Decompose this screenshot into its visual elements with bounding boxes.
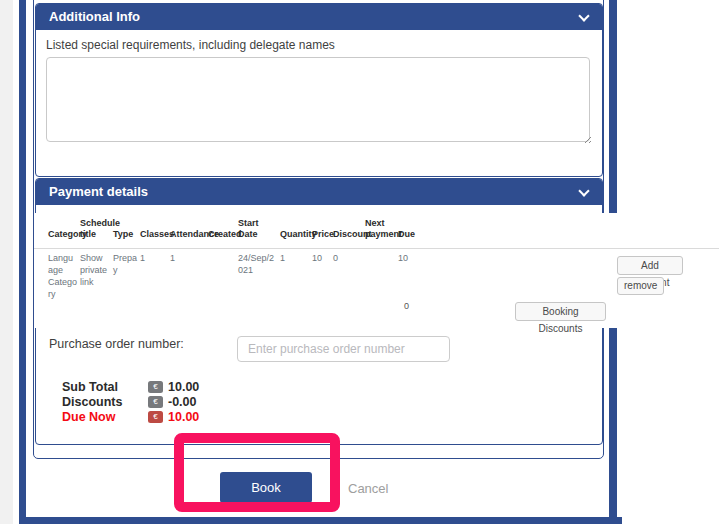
book-button[interactable]: Book xyxy=(220,472,312,503)
payment-details-title: Payment details xyxy=(49,184,148,199)
due-now-row: Due Now € 10.00 xyxy=(62,409,199,424)
modal-frame-bottom xyxy=(19,517,622,524)
subtotal-value: 10.00 xyxy=(168,380,199,394)
booking-discounts-button[interactable]: Booking Discounts xyxy=(515,302,606,321)
cell-due: 10 xyxy=(398,252,448,301)
cell-price: 10 xyxy=(312,252,333,301)
discounts-row: Discounts € -0.00 xyxy=(62,394,199,409)
col-header-attendance: Attendance xyxy=(170,229,208,241)
chevron-down-icon xyxy=(580,187,588,195)
col-header-due: Due xyxy=(398,229,448,241)
modal-frame-left xyxy=(19,0,26,524)
cell-quantity: 1 xyxy=(280,252,312,301)
euro-badge-icon: € xyxy=(148,411,163,423)
col-header-classes: Classes xyxy=(140,229,170,241)
cell-created xyxy=(208,252,238,301)
discount-total-value: 0 xyxy=(404,301,409,311)
euro-badge-icon: € xyxy=(148,396,163,408)
col-header-category: Category xyxy=(48,229,80,241)
table-row: Language Category Show private link Prep… xyxy=(48,252,448,301)
cell-schedule-title: Show private link xyxy=(80,252,113,301)
purchase-order-label: Purchase order number: xyxy=(49,337,184,351)
payment-table-header-row: Category Schedule title Type Classes Att… xyxy=(48,213,448,241)
col-header-created: Created xyxy=(208,229,238,241)
cell-discount: 0 xyxy=(333,252,365,301)
additional-info-title: Additional Info xyxy=(49,9,140,24)
cell-type: Prepay xyxy=(113,252,140,301)
remove-button[interactable]: remove xyxy=(617,277,664,295)
col-header-price: Price xyxy=(312,229,333,241)
cell-attendance: 1 xyxy=(170,252,208,301)
col-header-start-date: Start Date xyxy=(238,218,280,241)
col-header-type: Type xyxy=(113,229,140,241)
page-scrollbar-track[interactable] xyxy=(0,0,13,524)
special-requirements-textarea[interactable] xyxy=(46,57,590,142)
cell-classes: 1 xyxy=(140,252,170,301)
cancel-button[interactable]: Cancel xyxy=(348,481,388,496)
due-now-value: 10.00 xyxy=(168,410,199,424)
cell-start-date: 24/Sep/2021 xyxy=(238,252,280,301)
discounts-value: -0.00 xyxy=(168,395,197,409)
col-header-schedule-title: Schedule title xyxy=(80,218,113,241)
purchase-order-input[interactable] xyxy=(237,336,450,362)
payment-table: Category Schedule title Type Classes Att… xyxy=(34,213,719,328)
special-requirements-label: Listed special requirements, including d… xyxy=(46,38,335,52)
add-discount-button[interactable]: Add Discount xyxy=(617,256,683,275)
booking-page: Additional Info Listed special requireme… xyxy=(0,0,719,524)
discounts-label: Discounts xyxy=(62,395,148,409)
table-header-divider xyxy=(34,248,719,249)
subtotal-label: Sub Total xyxy=(62,380,148,394)
additional-info-panel: Additional Info Listed special requireme… xyxy=(35,3,603,177)
col-header-quantity: Quantity xyxy=(280,229,312,241)
subtotal-row: Sub Total € 10.00 xyxy=(62,379,199,394)
chevron-down-icon xyxy=(580,12,588,20)
totals-summary: Sub Total € 10.00 Discounts € -0.00 Due … xyxy=(62,379,199,424)
col-header-next-payment: Next payment xyxy=(365,218,398,241)
due-now-label: Due Now xyxy=(62,410,148,424)
euro-badge-icon: € xyxy=(148,381,163,393)
cell-category: Language Category xyxy=(48,252,80,301)
additional-info-header[interactable]: Additional Info xyxy=(36,4,602,30)
cell-next-payment xyxy=(365,252,398,301)
col-header-discount: Discount xyxy=(333,229,365,241)
payment-details-header[interactable]: Payment details xyxy=(36,179,602,205)
